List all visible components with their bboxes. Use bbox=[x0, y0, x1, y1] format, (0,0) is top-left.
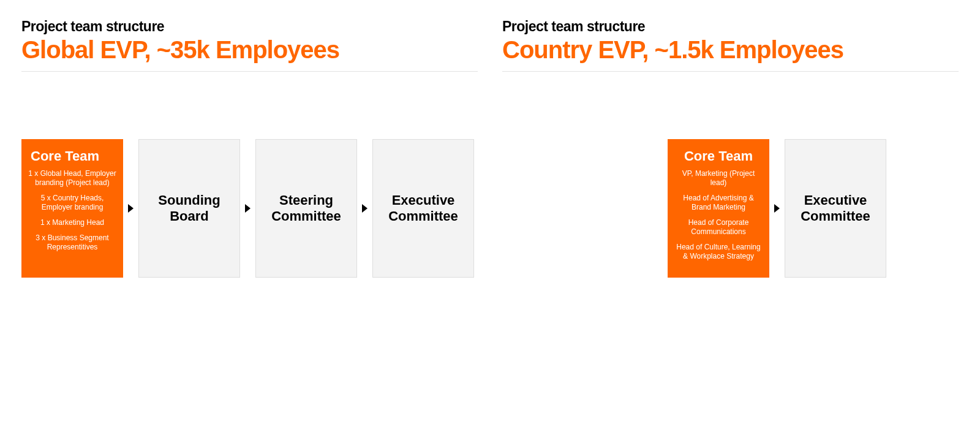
divider bbox=[21, 71, 478, 72]
flow-global: Core Team 1 x Global Head, Employer bran… bbox=[21, 139, 478, 278]
executive-committee-box: Executive Committee bbox=[785, 139, 886, 278]
sounding-board-box: Sounding Board bbox=[138, 139, 240, 278]
arrow-right-icon bbox=[128, 204, 134, 213]
steering-committee-box: Steering Committee bbox=[255, 139, 357, 278]
core-team-title: Core Team bbox=[28, 148, 99, 164]
core-item: Head of Corporate Communications bbox=[674, 218, 763, 237]
core-item: 3 x Business Segment Representitives bbox=[28, 233, 116, 252]
core-item: 1 x Global Head, Employer branding (Proj… bbox=[28, 169, 116, 188]
divider bbox=[502, 71, 959, 72]
core-item: VP, Marketing (Project lead) bbox=[674, 169, 763, 188]
headline: Global EVP, ~35k Employees bbox=[21, 36, 478, 64]
panel-country: Project team structure Country EVP, ~1.5… bbox=[502, 18, 959, 411]
core-item: 1 x Marketing Head bbox=[40, 218, 104, 227]
core-item: Head of Advertising & Brand Marketing bbox=[674, 194, 763, 212]
core-item: 5 x Country Heads, Employer branding bbox=[28, 194, 116, 212]
kicker: Project team structure bbox=[502, 18, 959, 35]
core-team-box: Core Team VP, Marketing (Project lead) H… bbox=[668, 139, 769, 278]
core-team-box: Core Team 1 x Global Head, Employer bran… bbox=[21, 139, 123, 278]
core-team-title: Core Team bbox=[684, 148, 753, 164]
panel-global: Project team structure Global EVP, ~35k … bbox=[21, 18, 478, 411]
arrow-right-icon bbox=[774, 204, 780, 213]
arrow-right-icon bbox=[245, 204, 251, 213]
arrow-right-icon bbox=[362, 204, 368, 213]
core-item: Head of Culture, Learning & Workplace St… bbox=[674, 243, 763, 261]
executive-committee-box: Executive Committee bbox=[372, 139, 474, 278]
headline: Country EVP, ~1.5k Employees bbox=[502, 36, 959, 64]
flow-country: Core Team VP, Marketing (Project lead) H… bbox=[668, 139, 959, 278]
kicker: Project team structure bbox=[21, 18, 478, 35]
